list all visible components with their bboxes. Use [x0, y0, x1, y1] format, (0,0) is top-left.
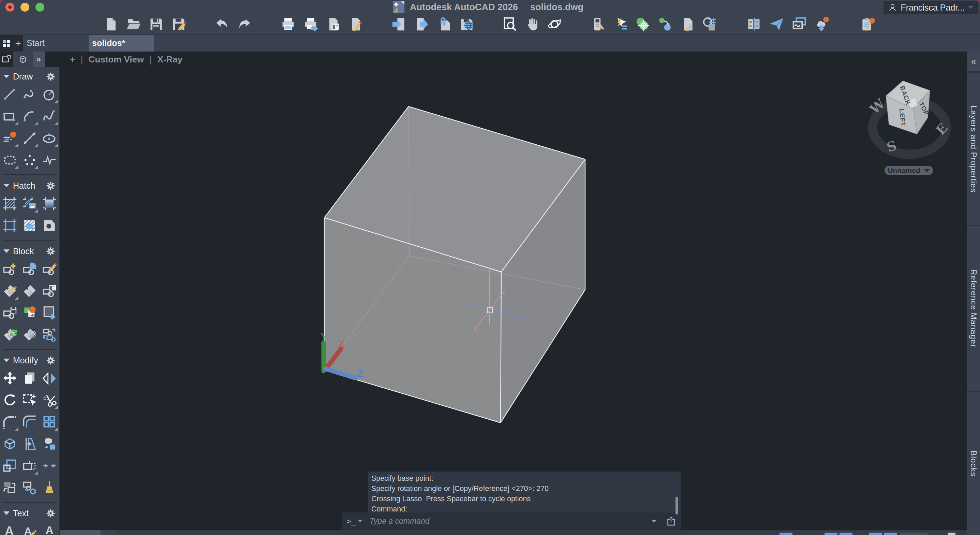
tab-overview-button[interactable] [0, 35, 13, 51]
attribute-edit-tool[interactable] [0, 280, 20, 302]
hatch-pattern-tool[interactable] [20, 193, 40, 215]
undo-button[interactable] [214, 16, 230, 32]
right-tab-reference-manager[interactable]: Reference Manager [967, 226, 980, 391]
export-button[interactable] [414, 16, 430, 32]
command-history-scrollbar[interactable] [676, 497, 678, 514]
cloud-download-button[interactable] [814, 16, 829, 32]
arc-tool[interactable] [20, 105, 40, 127]
purge-button[interactable] [679, 16, 695, 32]
status-toggle[interactable] [840, 533, 853, 535]
match-properties-tool[interactable] [40, 433, 59, 455]
render-gallery-button[interactable] [791, 16, 807, 32]
command-input[interactable] [369, 516, 652, 526]
attribute-tag-tool[interactable] [20, 280, 40, 302]
status-toggle[interactable] [948, 533, 955, 535]
plot-details-button[interactable] [325, 16, 341, 32]
status-bar[interactable] [60, 530, 980, 535]
measure-tool[interactable] [20, 127, 40, 149]
count-button[interactable] [702, 16, 718, 32]
viewcube-view-selector[interactable]: Unnamed [885, 166, 933, 175]
viewport-add-control[interactable]: + [70, 54, 75, 65]
circle-tool[interactable] [40, 84, 59, 105]
status-toggle[interactable] [780, 533, 792, 535]
tool-sets-button[interactable] [590, 16, 605, 32]
rectangle-tool[interactable] [0, 105, 20, 127]
stretch-tool[interactable] [20, 455, 40, 477]
batch-plot-button[interactable] [303, 16, 318, 32]
freehand-tool[interactable] [40, 149, 59, 171]
redo-button[interactable] [237, 16, 252, 32]
tab-start[interactable]: Start [23, 35, 89, 51]
section-header-block[interactable]: Block [0, 244, 59, 258]
attach-button[interactable] [436, 16, 452, 32]
revision-cloud-tool[interactable] [0, 149, 20, 171]
join-tool[interactable] [40, 455, 59, 477]
drawing-compare-button[interactable] [746, 16, 762, 32]
array-tool[interactable] [40, 411, 59, 433]
viewport-overflow-button[interactable]: » [33, 51, 45, 67]
trim-tool[interactable] [40, 389, 59, 411]
write-block-tool[interactable] [0, 302, 20, 324]
multiline-tool[interactable] [0, 127, 20, 149]
text-style-tool[interactable]: A [40, 520, 59, 535]
point-style-button[interactable] [657, 16, 673, 32]
gear-icon[interactable] [46, 72, 55, 81]
boundary-tool[interactable] [0, 215, 20, 236]
drawing-viewport[interactable] [60, 51, 967, 530]
hatch-tool[interactable] [0, 193, 20, 215]
gear-icon[interactable] [46, 181, 55, 190]
region-tool[interactable] [40, 215, 59, 236]
mirror-tool[interactable] [40, 367, 59, 389]
gear-icon[interactable] [46, 509, 55, 518]
fullscreen-button[interactable] [35, 3, 45, 11]
minimize-button[interactable] [21, 3, 29, 11]
viewport-visual-style-control[interactable]: X-Ray [158, 54, 183, 65]
attribute-display-tool[interactable] [20, 324, 40, 346]
gear-icon[interactable] [46, 247, 55, 256]
user-account-menu[interactable]: Francisca Padr... [883, 1, 978, 14]
tab-solidos[interactable]: solidos* [89, 35, 154, 51]
viewport-views-button[interactable] [13, 51, 33, 67]
close-button[interactable] [5, 3, 14, 11]
block-edit-tool[interactable] [40, 258, 59, 280]
save-as-button[interactable] [171, 16, 186, 32]
viewport-layout-button[interactable] [0, 51, 13, 67]
hatch-edit-tool[interactable] [20, 215, 40, 236]
save-button[interactable] [148, 16, 164, 32]
attribute-sync-tool[interactable] [0, 324, 20, 346]
extend-tool[interactable] [20, 433, 40, 455]
right-tab-layers-and-properties[interactable]: Layers and Properties [967, 73, 980, 225]
right-tab-blocks[interactable]: Blocks [967, 392, 980, 535]
fillet-tool[interactable] [0, 411, 20, 433]
offset-tool[interactable] [20, 411, 40, 433]
plot-button[interactable] [280, 16, 296, 32]
point-tool[interactable] [20, 149, 40, 171]
status-toggle[interactable] [884, 533, 897, 535]
orbit-button[interactable] [547, 16, 562, 32]
command-prompt[interactable]: >_ [347, 517, 356, 525]
add-selected-tool[interactable] [40, 302, 59, 324]
scale-tool[interactable] [0, 455, 20, 477]
select-add-tool[interactable] [20, 389, 40, 411]
move-tool[interactable] [0, 367, 20, 389]
section-header-text[interactable]: Text [0, 506, 59, 520]
spline-tool[interactable] [40, 105, 59, 127]
share-button[interactable] [768, 16, 784, 32]
status-toggle[interactable] [824, 533, 837, 535]
block-insert-tool[interactable] [20, 258, 40, 280]
convert-circle-tool[interactable] [20, 477, 40, 498]
import-button[interactable] [391, 16, 407, 32]
share-command-button[interactable] [666, 516, 676, 527]
text-edit-tool[interactable]: A [20, 520, 40, 535]
geo-location-button[interactable] [635, 16, 650, 32]
viewport-view-control[interactable]: Custom View [88, 54, 144, 65]
select-similar-tool[interactable] [20, 302, 40, 324]
collapse-panel-button[interactable]: « [967, 51, 980, 71]
gradient-tool[interactable] [40, 193, 59, 215]
action-macro-button[interactable] [860, 16, 875, 32]
status-toggle[interactable] [869, 533, 882, 535]
pan-button[interactable] [524, 16, 540, 32]
explode-tool[interactable] [0, 433, 20, 455]
history-dropdown-icon[interactable] [651, 520, 657, 523]
section-header-modify[interactable]: Modify [0, 353, 59, 367]
